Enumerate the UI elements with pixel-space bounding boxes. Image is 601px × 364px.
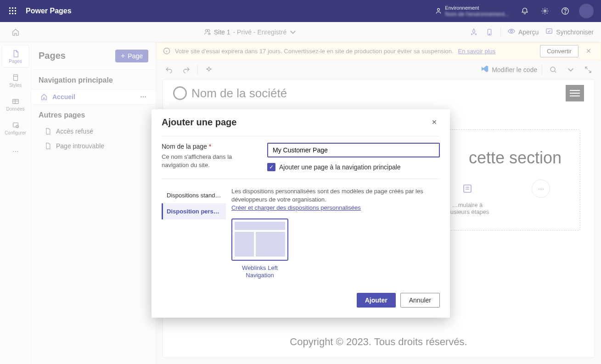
layout-create-link[interactable]: Créer et charger des dispositions person… <box>231 204 361 211</box>
app-launcher-icon[interactable] <box>4 0 22 22</box>
modal-title: Ajouter une page <box>162 117 236 128</box>
add-to-nav-label: Ajouter une page à la navigation princip… <box>279 163 401 171</box>
modal-close-icon[interactable]: ✕ <box>429 117 440 128</box>
tab-custom-layouts[interactable]: Disposition perso… <box>162 203 226 219</box>
add-page-modal: Ajouter une page ✕ Nom de la page * Ce n… <box>152 109 450 318</box>
checkbox-icon: ✓ <box>267 163 275 171</box>
app-name: Power Pages <box>26 7 72 15</box>
settings-icon[interactable] <box>535 0 555 22</box>
environment-value: Nom de l'environnement... <box>445 11 509 17</box>
layout-thumb-weblinks[interactable]: Weblinks Left Navigation <box>231 218 288 279</box>
environment-label: Environnement <box>445 5 509 11</box>
svg-rect-4 <box>12 10 13 11</box>
page-name-label: Nom de la page * <box>162 143 211 150</box>
svg-point-12 <box>565 12 565 13</box>
help-icon[interactable] <box>555 0 575 22</box>
tab-standard-layouts[interactable]: Dispositions stand… <box>162 187 226 203</box>
svg-rect-7 <box>12 13 13 14</box>
svg-rect-6 <box>9 13 11 14</box>
svg-point-10 <box>544 10 546 12</box>
page-name-input[interactable] <box>267 143 440 157</box>
svg-rect-2 <box>15 7 16 9</box>
notification-icon[interactable] <box>515 0 535 22</box>
environment-picker[interactable]: Environnement Nom de l'environnement... <box>435 5 509 17</box>
user-avatar[interactable] <box>579 4 594 18</box>
global-header: Power Pages Environnement Nom de l'envir… <box>0 0 601 22</box>
svg-rect-3 <box>9 10 11 11</box>
page-name-hint: Ce nom s'affichera dans la navigation du… <box>162 153 258 169</box>
add-to-nav-checkbox[interactable]: ✓ Ajouter une page à la navigation princ… <box>267 163 440 171</box>
modal-cancel-button[interactable]: Annuler <box>400 293 440 308</box>
svg-rect-0 <box>9 7 11 9</box>
svg-point-9 <box>438 8 440 11</box>
layout-thumb-label: Weblinks Left Navigation <box>231 264 288 279</box>
svg-rect-8 <box>15 13 16 14</box>
svg-rect-1 <box>12 7 13 9</box>
layout-description: Les dispositions personnalisées sont des… <box>231 187 440 212</box>
modal-add-button[interactable]: Ajouter <box>357 293 396 308</box>
svg-rect-5 <box>15 10 16 11</box>
